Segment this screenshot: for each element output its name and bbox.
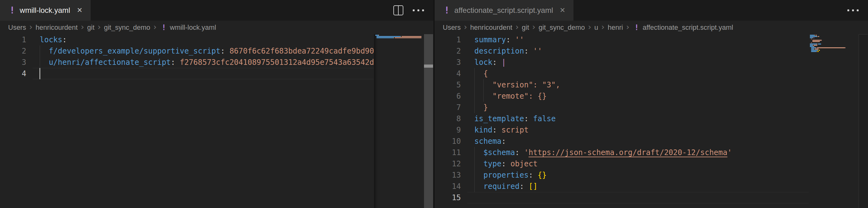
line-number[interactable]: 3 — [0, 57, 26, 68]
line-number[interactable]: 12 — [435, 158, 461, 170]
breadcrumb-item[interactable]: git_sync_demo — [104, 24, 150, 32]
code-line[interactable]: 9kind: script — [435, 124, 809, 136]
code-token: properties — [484, 171, 529, 180]
vertical-scrollbar[interactable] — [859, 34, 868, 208]
code-line[interactable]: 13 properties: {} — [435, 170, 809, 181]
code-token: : — [524, 47, 528, 55]
tab-affectionate-script-yaml[interactable]: ! affectionate_script.script.yaml ✕ — [435, 0, 574, 21]
code-token — [474, 92, 493, 101]
line-number[interactable]: 6 — [435, 90, 461, 102]
code-token: : — [524, 114, 528, 123]
minimap-line — [810, 36, 819, 37]
yaml-file-icon: ! — [444, 6, 450, 15]
code-token: "version": "3", — [493, 80, 560, 89]
code-line[interactable]: 11 $schema: 'https://json-schema.org/dra… — [435, 147, 809, 158]
code-line[interactable]: 6 "remote": {} — [435, 90, 809, 102]
breadcrumb-separator-icon: › — [29, 22, 32, 32]
code-token: script — [501, 126, 529, 134]
line-number[interactable]: 2 — [0, 46, 26, 57]
breadcrumb-separator-icon: › — [626, 22, 629, 32]
code-line[interactable]: 1summary: '' — [435, 34, 809, 46]
line-number[interactable]: 10 — [435, 136, 461, 147]
code-line[interactable]: 4 — [0, 68, 374, 79]
breadcrumb-item[interactable]: henricourdent — [470, 24, 513, 32]
code-token — [524, 182, 528, 191]
code-token: : — [171, 58, 175, 67]
close-tab-icon[interactable]: ✕ — [76, 7, 82, 14]
code-token — [474, 103, 484, 112]
line-number[interactable]: 5 — [435, 79, 461, 90]
code-token: '' — [533, 47, 542, 55]
code-token: : — [62, 35, 67, 44]
tab-wmill-lock-yaml[interactable]: ! wmill-lock.yaml ✕ — [0, 0, 91, 21]
code-token: ' — [727, 148, 732, 157]
minimap-line — [810, 50, 820, 51]
line-number[interactable]: 1 — [0, 34, 26, 46]
minimap[interactable] — [809, 34, 859, 208]
more-actions-icon[interactable] — [847, 9, 859, 11]
minimap-line — [810, 37, 814, 38]
code-token: https://json-schema.org/draft/2020-12/sc… — [528, 148, 727, 157]
code-line[interactable]: 5 "version": "3", — [435, 79, 809, 90]
code-line-content: kind: script — [474, 124, 528, 136]
breadcrumb-item[interactable]: git — [87, 24, 94, 32]
code-line[interactable]: 3 u/henri/affectionate_script: f2768573c… — [0, 57, 374, 68]
breadcrumb-file[interactable]: affectionate_script.script.yaml — [643, 24, 733, 32]
minimap-line — [810, 46, 814, 47]
minimap-line — [810, 47, 845, 48]
line-number[interactable]: 7 — [435, 102, 461, 113]
vertical-scrollbar[interactable] — [424, 34, 433, 208]
code-token: locks — [40, 35, 62, 44]
breadcrumb-item[interactable]: git — [522, 24, 529, 32]
code-line[interactable]: 7 } — [435, 102, 809, 113]
breadcrumb-item[interactable]: Users — [443, 24, 461, 32]
line-number[interactable]: 13 — [435, 170, 461, 181]
code-token: : — [520, 182, 524, 191]
code-line[interactable]: 4 { — [435, 68, 809, 79]
breadcrumb-item[interactable]: henri — [608, 24, 623, 32]
code-token: u/henri/affectionate_script — [49, 58, 171, 67]
code-line-content: schema: — [474, 136, 506, 147]
split-editor-icon[interactable] — [393, 5, 403, 15]
code-area[interactable]: 1locks:2 f/developers_example/supportive… — [0, 34, 374, 208]
line-number[interactable]: 2 — [435, 46, 461, 57]
line-number[interactable]: 14 — [435, 181, 461, 192]
tab-bar: ! wmill-lock.yaml ✕ — [0, 0, 433, 21]
scrollbar-thumb[interactable] — [424, 64, 433, 68]
code-token: : — [528, 171, 533, 180]
code-line[interactable]: 14 required: [] — [435, 181, 809, 192]
line-number[interactable]: 11 — [435, 147, 461, 158]
code-area[interactable]: 1summary: ''2description: ''3lock: |4 {5… — [435, 34, 809, 208]
breadcrumb: Users›henricourdent›git›git_sync_demo›u›… — [435, 21, 868, 34]
code-line[interactable]: 8is_template: false — [435, 113, 809, 124]
code-line[interactable]: 10schema: — [435, 136, 809, 147]
line-number[interactable]: 3 — [435, 57, 461, 68]
breadcrumb-item[interactable]: Users — [8, 24, 26, 32]
breadcrumb-item[interactable]: git_sync_demo — [538, 24, 585, 32]
line-number[interactable]: 1 — [435, 34, 461, 46]
line-number[interactable]: 4 — [0, 68, 26, 79]
code-editor[interactable]: 1locks:2 f/developers_example/supportive… — [0, 34, 433, 208]
line-number[interactable]: 9 — [435, 124, 461, 136]
more-actions-icon[interactable] — [413, 9, 424, 11]
line-number[interactable]: 8 — [435, 113, 461, 124]
close-tab-icon[interactable]: ✕ — [560, 7, 565, 14]
code-line[interactable]: 12 type: object — [435, 158, 809, 170]
line-number[interactable]: 15 — [435, 192, 461, 203]
code-token: '' — [515, 35, 524, 44]
code-editor[interactable]: 1summary: ''2description: ''3lock: |4 {5… — [435, 34, 868, 208]
code-line[interactable]: 1locks: — [0, 34, 374, 46]
code-line[interactable]: 15 — [435, 192, 809, 203]
code-line[interactable]: 2 f/developers_example/supportive_script… — [0, 46, 374, 57]
breadcrumb-item[interactable]: u — [594, 24, 598, 32]
minimap[interactable] — [374, 34, 424, 208]
breadcrumb-item[interactable]: henricourdent — [36, 24, 78, 32]
line-number[interactable]: 4 — [435, 68, 461, 79]
breadcrumb-file[interactable]: wmill-lock.yaml — [170, 24, 216, 32]
code-line[interactable]: 2description: '' — [435, 46, 809, 57]
code-token: f/developers_example/supportive_script — [49, 47, 220, 55]
code-line[interactable]: 3lock: | — [435, 57, 809, 68]
code-token: lock — [474, 58, 493, 67]
code-token: kind — [474, 126, 493, 134]
yaml-file-icon: ! — [634, 23, 639, 32]
